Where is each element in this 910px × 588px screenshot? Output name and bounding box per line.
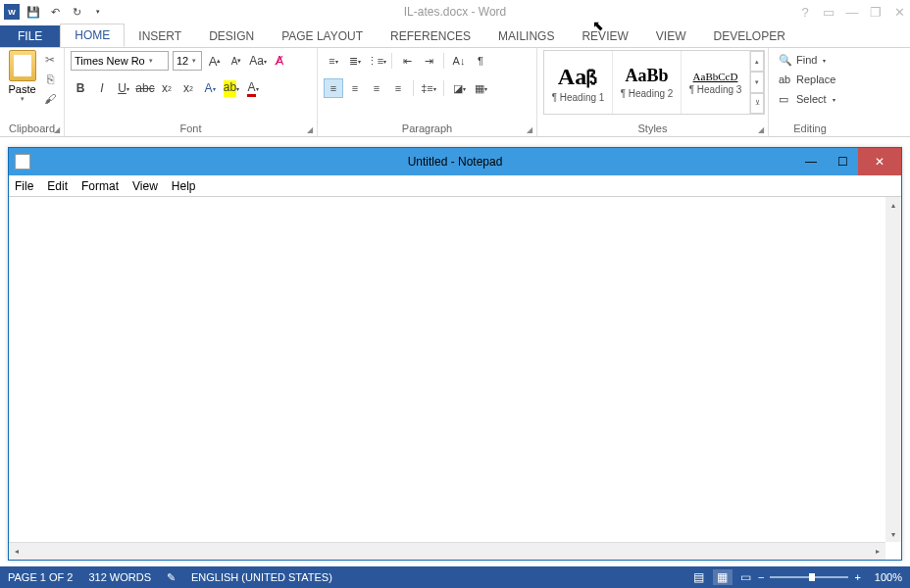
find-button[interactable]: 🔍Find▾ xyxy=(775,50,845,70)
status-proofing-icon[interactable]: ✎ xyxy=(167,571,176,584)
tab-review[interactable]: REVIEW xyxy=(568,25,641,47)
read-mode-icon[interactable]: ▤ xyxy=(689,569,709,585)
notepad-text-area[interactable] xyxy=(9,197,901,542)
minimize-icon[interactable]: — xyxy=(845,5,859,19)
font-launcher-icon[interactable]: ◢ xyxy=(307,125,313,134)
paragraph-launcher-icon[interactable]: ◢ xyxy=(527,125,532,134)
format-painter-icon[interactable]: 🖌 xyxy=(42,91,58,107)
scroll-left-icon[interactable]: ◂ xyxy=(9,543,25,560)
font-name-combo[interactable]: Times New Ro▾ xyxy=(71,51,169,71)
style-heading1[interactable]: Aaꞵ ¶ Heading 1 xyxy=(544,51,613,114)
qat-customize-icon[interactable]: ▾ xyxy=(90,4,106,20)
notepad-menu-edit[interactable]: Edit xyxy=(47,179,68,193)
highlight-icon[interactable]: ab▾ xyxy=(222,78,241,98)
align-right-icon[interactable]: ≡ xyxy=(367,78,386,98)
style-heading2[interactable]: AaBb ¶ Heading 2 xyxy=(613,51,682,114)
decrease-indent-icon[interactable]: ⇤ xyxy=(397,51,417,71)
shading-icon[interactable]: ◪▾ xyxy=(449,78,469,98)
ribbon-options-icon[interactable]: ▭ xyxy=(822,5,835,19)
font-size-combo[interactable]: 12▾ xyxy=(173,51,202,71)
subscript-button[interactable]: x2 xyxy=(157,78,177,98)
word-icon: W xyxy=(4,4,20,20)
increase-indent-icon[interactable]: ⇥ xyxy=(419,51,438,71)
tab-developer[interactable]: DEVELOPER xyxy=(699,25,798,47)
align-center-icon[interactable]: ≡ xyxy=(345,78,365,98)
notepad-menu-format[interactable]: Format xyxy=(81,179,119,193)
shrink-font-icon[interactable]: A▾ xyxy=(228,51,245,71)
styles-launcher-icon[interactable]: ◢ xyxy=(758,125,764,134)
tab-mailings[interactable]: MAILINGS xyxy=(484,25,568,47)
save-icon[interactable]: 💾 xyxy=(25,4,41,20)
numbering-icon[interactable]: ≣▾ xyxy=(345,51,365,71)
text-effects-icon[interactable]: A▾ xyxy=(200,78,220,98)
show-marks-icon[interactable]: ¶ xyxy=(471,51,490,71)
bold-button[interactable]: B xyxy=(71,78,90,98)
zoom-in-icon[interactable]: + xyxy=(854,571,860,583)
notepad-vscrollbar[interactable]: ▴ ▾ xyxy=(885,197,901,542)
tab-references[interactable]: REFERENCES xyxy=(377,25,484,47)
notepad-icon xyxy=(15,154,30,170)
notepad-menu-file[interactable]: File xyxy=(15,179,33,193)
copy-icon[interactable]: ⎘ xyxy=(42,72,58,87)
paragraph-label: Paragraph xyxy=(402,122,452,134)
zoom-level[interactable]: 100% xyxy=(875,571,902,583)
line-spacing-icon[interactable]: ‡≡▾ xyxy=(419,78,438,98)
sort-icon[interactable]: A↓ xyxy=(449,51,469,71)
styles-scroll-down-icon[interactable]: ▾ xyxy=(750,72,764,92)
superscript-button[interactable]: x2 xyxy=(178,78,198,98)
notepad-hscrollbar[interactable]: ◂ ▸ xyxy=(9,542,885,560)
scroll-right-icon[interactable]: ▸ xyxy=(870,543,885,560)
web-layout-icon[interactable]: ▭ xyxy=(736,569,756,585)
find-icon: 🔍 xyxy=(779,54,792,67)
restore-icon[interactable]: ❐ xyxy=(869,5,883,19)
status-words[interactable]: 312 WORDS xyxy=(88,571,151,583)
tab-view[interactable]: VIEW xyxy=(642,25,700,47)
zoom-out-icon[interactable]: − xyxy=(758,571,764,583)
close-icon[interactable]: ✕ xyxy=(892,5,906,19)
print-layout-icon[interactable]: ▦ xyxy=(713,569,733,585)
tab-design[interactable]: DESIGN xyxy=(195,25,268,47)
tab-page-layout[interactable]: PAGE LAYOUT xyxy=(268,25,377,47)
tab-home[interactable]: HOME xyxy=(60,24,125,47)
status-page[interactable]: PAGE 1 OF 2 xyxy=(8,571,73,583)
strikethrough-button[interactable]: abc xyxy=(135,78,155,98)
styles-scroll-up-icon[interactable]: ▴ xyxy=(750,51,764,72)
replace-icon: ab xyxy=(779,74,792,85)
replace-button[interactable]: abReplace xyxy=(775,70,845,89)
notepad-minimize-icon[interactable]: — xyxy=(795,148,827,175)
grow-font-icon[interactable]: A▴ xyxy=(206,51,224,71)
underline-button[interactable]: U▾ xyxy=(114,78,133,98)
undo-icon[interactable]: ↶ xyxy=(47,4,63,20)
select-icon: ▭ xyxy=(779,93,792,106)
multilevel-icon[interactable]: ⋮≡▾ xyxy=(367,51,386,71)
notepad-close-icon[interactable]: ✕ xyxy=(858,148,901,175)
scroll-down-icon[interactable]: ▾ xyxy=(885,526,901,542)
paste-button[interactable]: Paste ▾ xyxy=(6,50,38,122)
bullets-icon[interactable]: ≡▾ xyxy=(324,51,343,71)
notepad-menu-help[interactable]: Help xyxy=(172,179,196,193)
justify-icon[interactable]: ≡ xyxy=(388,78,408,98)
group-editing: 🔍Find▾ abReplace ▭Select▾ Editing xyxy=(769,48,851,136)
cut-icon[interactable]: ✂ xyxy=(42,52,58,68)
style-heading3[interactable]: AaBbCcD ¶ Heading 3 xyxy=(682,51,750,114)
clear-formatting-icon[interactable]: A̸ xyxy=(271,51,288,71)
tab-file[interactable]: FILE xyxy=(0,25,60,47)
notepad-maximize-icon[interactable]: ☐ xyxy=(827,148,858,175)
notepad-titlebar[interactable]: Untitled - Notepad — ☐ ✕ xyxy=(9,148,901,175)
align-left-icon[interactable]: ≡ xyxy=(324,78,343,98)
clipboard-launcher-icon[interactable]: ◢ xyxy=(54,125,60,134)
notepad-menu-view[interactable]: View xyxy=(132,179,158,193)
font-color-icon[interactable]: A▾ xyxy=(243,78,263,98)
help-icon[interactable]: ? xyxy=(798,5,812,19)
scroll-up-icon[interactable]: ▴ xyxy=(885,197,901,213)
borders-icon[interactable]: ▦▾ xyxy=(471,78,490,98)
zoom-slider[interactable] xyxy=(770,576,848,578)
status-language[interactable]: ENGLISH (UNITED STATES) xyxy=(191,571,332,583)
styles-more-icon[interactable]: ⊻ xyxy=(750,93,764,114)
redo-icon[interactable]: ↻ xyxy=(69,4,84,20)
italic-button[interactable]: I xyxy=(92,78,112,98)
tab-insert[interactable]: INSERT xyxy=(125,25,195,47)
select-button[interactable]: ▭Select▾ xyxy=(775,89,845,109)
change-case-icon[interactable]: Aa▾ xyxy=(249,51,267,71)
word-statusbar: PAGE 1 OF 2 312 WORDS ✎ ENGLISH (UNITED … xyxy=(0,566,910,588)
